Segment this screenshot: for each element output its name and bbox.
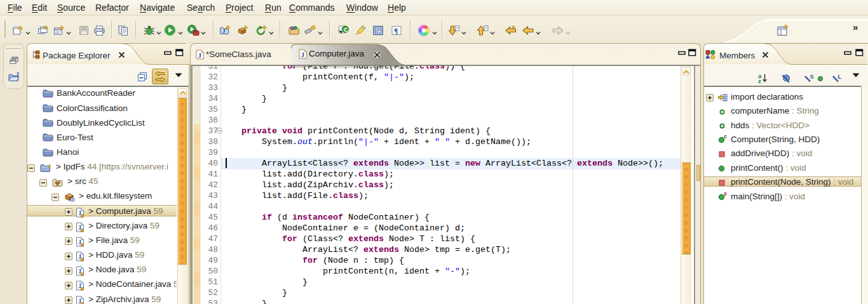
svg-text:J: J [198,51,202,59]
svg-text:J: J [16,72,19,78]
svg-text:S: S [810,74,814,80]
svg-text:J: J [301,51,305,58]
svg-text:J: J [222,28,226,34]
svg-text:¶: ¶ [394,27,398,36]
svg-text:L: L [838,74,842,80]
svg-text:C: C [344,27,348,33]
svg-text:J: J [48,163,51,169]
svg-text:z: z [758,77,761,84]
